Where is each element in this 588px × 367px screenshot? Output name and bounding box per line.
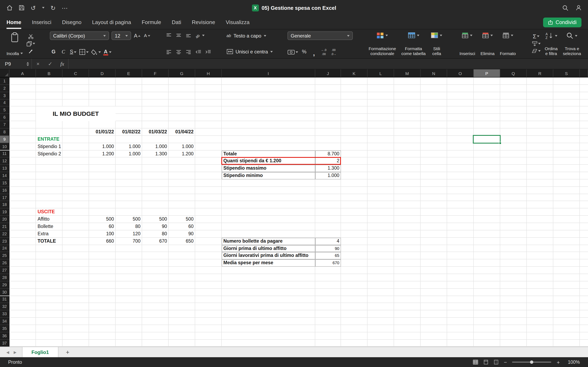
tab-visualizza[interactable]: Visualizza xyxy=(226,16,250,29)
row-header-21[interactable]: 21 xyxy=(0,223,9,230)
column-header-A[interactable]: A xyxy=(9,69,36,77)
bold-button[interactable]: G xyxy=(50,48,57,56)
cell-E21[interactable]: 80 xyxy=(116,223,142,230)
decrease-decimal-button[interactable]: .00.0→ xyxy=(330,48,337,56)
row-header-7[interactable]: 7 xyxy=(0,121,9,128)
row-header-9[interactable]: 9 xyxy=(0,136,9,143)
zoom-slider[interactable] xyxy=(512,360,552,365)
page-layout-view-button[interactable] xyxy=(484,360,488,365)
row-header-6[interactable]: 6 xyxy=(0,114,9,121)
decrease-font-size-button[interactable]: A xyxy=(143,32,151,40)
format-painter-button[interactable] xyxy=(27,47,35,55)
next-sheet-icon[interactable]: ▶ xyxy=(11,350,19,354)
row-header-15[interactable]: 15 xyxy=(0,179,9,187)
column-header-S[interactable]: S xyxy=(553,69,580,77)
cell-D20[interactable]: 500 xyxy=(89,216,116,223)
cell-G21[interactable]: 60 xyxy=(169,223,195,230)
tab-dati[interactable]: Dati xyxy=(172,16,181,29)
cell-B5[interactable]: IL MIO BUDGET xyxy=(36,107,116,121)
tab-revisione[interactable]: Revisione xyxy=(192,16,215,29)
cell-G10[interactable]: 1.000 xyxy=(169,143,195,150)
cell-F23[interactable]: 670 xyxy=(142,238,169,245)
cell-E8[interactable]: 01/02/22 xyxy=(116,128,142,136)
row-header-16[interactable]: 16 xyxy=(0,187,9,194)
cell-B22[interactable]: Extra xyxy=(36,230,62,238)
font-color-button[interactable]: A xyxy=(103,48,111,56)
column-header-K[interactable]: K xyxy=(341,69,367,77)
align-center-button[interactable] xyxy=(175,48,182,56)
row-header-12[interactable]: 12 xyxy=(0,158,9,165)
cell-J11[interactable]: 8.700 xyxy=(315,150,341,158)
cell-B10[interactable]: Stipendio 1 xyxy=(36,143,62,150)
format-as-table-button[interactable]: Formattacome tabella xyxy=(400,31,427,56)
row-header-4[interactable]: 4 xyxy=(0,99,9,107)
row-header-26[interactable]: 26 xyxy=(0,259,9,267)
column-header-I[interactable]: I xyxy=(222,69,315,77)
cell-E20[interactable]: 500 xyxy=(116,216,142,223)
row-header-24[interactable]: 24 xyxy=(0,245,9,252)
cell-I14[interactable]: Stipendio minimo xyxy=(222,172,315,179)
accounting-format-button[interactable] xyxy=(287,48,298,56)
row-header-11[interactable]: 11 xyxy=(0,150,9,158)
cell-I23[interactable]: Numero bollette da pagare xyxy=(222,238,315,245)
find-select-button[interactable]: Trova eseleziona xyxy=(562,31,582,56)
zoom-slider-thumb[interactable] xyxy=(530,360,534,364)
row-header-28[interactable]: 28 xyxy=(0,274,9,281)
cell-D23[interactable]: 660 xyxy=(89,238,116,245)
font-name-select[interactable]: Calibri (Corpo) xyxy=(50,31,109,40)
cell-J24[interactable]: 90 xyxy=(315,245,341,252)
cell-D8[interactable]: 01/01/22 xyxy=(89,128,116,136)
share-button[interactable]: Condividi xyxy=(543,17,581,27)
sheet-grid[interactable]: 1234567891011121314151617181920212223242… xyxy=(0,77,588,347)
increase-decimal-button[interactable]: ←.0.00 xyxy=(320,48,328,56)
row-header-27[interactable]: 27 xyxy=(0,267,9,274)
cell-D11[interactable]: 1.200 xyxy=(89,150,116,158)
align-right-button[interactable] xyxy=(185,48,192,56)
cell-J12[interactable]: 2 xyxy=(315,158,341,165)
cell-J14[interactable]: 1.000 xyxy=(315,172,341,179)
cell-F8[interactable]: 01/03/22 xyxy=(142,128,169,136)
select-all-corner[interactable] xyxy=(0,69,9,77)
cell-J25[interactable]: 65 xyxy=(315,252,341,259)
row-header-5[interactable]: 5 xyxy=(0,107,9,114)
column-header-R[interactable]: R xyxy=(527,69,553,77)
column-header-H[interactable]: H xyxy=(195,69,222,77)
cell-J13[interactable]: 1.300 xyxy=(315,165,341,172)
fill-color-button[interactable] xyxy=(91,48,101,56)
normal-view-button[interactable] xyxy=(473,360,478,365)
sort-filter-button[interactable]: AZ Ordinae filtra xyxy=(544,31,559,56)
comma-style-button[interactable]: , xyxy=(310,48,318,56)
font-size-select[interactable]: 12 xyxy=(112,31,131,40)
number-format-select[interactable]: Generale xyxy=(287,31,353,40)
column-header-Q[interactable]: Q xyxy=(500,69,527,77)
cell-I25[interactable]: Giorni lavorativi prima di ultimo affitt… xyxy=(222,252,315,259)
cell-B23[interactable]: TOTALE xyxy=(36,238,62,245)
save-icon[interactable] xyxy=(19,5,25,11)
zoom-out-button[interactable]: − xyxy=(504,359,507,365)
insert-function-button[interactable]: fx xyxy=(56,59,69,69)
row-header-35[interactable]: 35 xyxy=(0,325,9,332)
align-middle-button[interactable] xyxy=(175,31,182,39)
account-icon[interactable] xyxy=(576,5,581,11)
row-header-22[interactable]: 22 xyxy=(0,230,9,238)
more-icon[interactable]: ⋯ xyxy=(62,5,68,11)
row-header-23[interactable]: 23 xyxy=(0,238,9,245)
prev-sheet-icon[interactable]: ◀ xyxy=(4,350,11,354)
cell-B11[interactable]: Stipendio 2 xyxy=(36,150,62,158)
cell-F22[interactable]: 80 xyxy=(142,230,169,238)
cell-E22[interactable]: 120 xyxy=(116,230,142,238)
column-header-O[interactable]: O xyxy=(447,69,474,77)
row-header-29[interactable]: 29 xyxy=(0,281,9,289)
column-header-M[interactable]: M xyxy=(394,69,421,77)
delete-cells-button[interactable]: Elimina xyxy=(479,31,496,56)
format-cells-button[interactable]: Formato xyxy=(499,31,517,56)
column-header-G[interactable]: G xyxy=(169,69,195,77)
fill-handle[interactable] xyxy=(499,142,502,144)
cell-D10[interactable]: 1.000 xyxy=(89,143,116,150)
conditional-formatting-button[interactable]: Formattazionecondizionale xyxy=(367,31,397,56)
autosum-button[interactable]: Σ xyxy=(532,33,541,40)
row-header-18[interactable]: 18 xyxy=(0,201,9,209)
italic-button[interactable]: C xyxy=(60,48,67,56)
cell-G8[interactable]: 01/04/22 xyxy=(169,128,195,136)
row-header-31[interactable]: 31 xyxy=(0,296,9,303)
